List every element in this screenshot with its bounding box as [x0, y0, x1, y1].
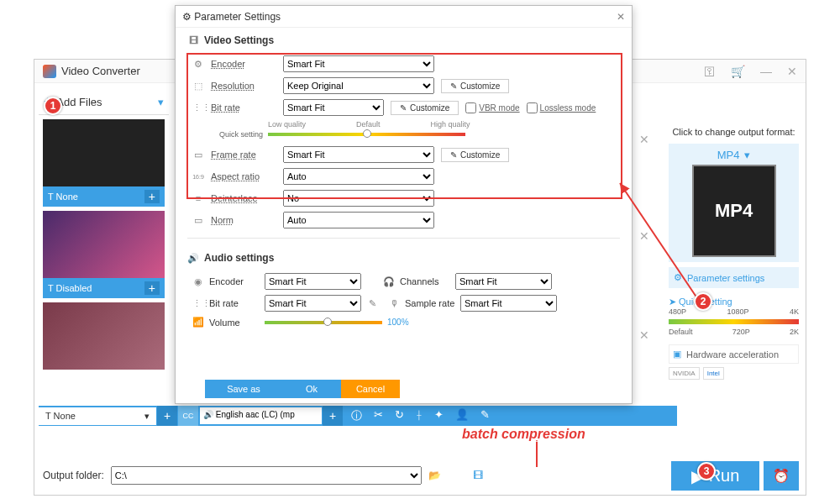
left-panel: + Add Files ▾ T None+ T Disabled+	[39, 89, 169, 370]
channels-icon: 🎧	[383, 276, 395, 287]
close-icon[interactable]: ✕	[787, 65, 797, 78]
volume-icon: 📶	[192, 317, 204, 328]
ok-button[interactable]: Ok	[282, 380, 341, 398]
batch-icon[interactable]: 🎞	[473, 470, 483, 481]
audio-encoder-icon: ◉	[192, 276, 204, 287]
effects-icon[interactable]: ✦	[434, 408, 444, 423]
dialog-close-icon[interactable]: ✕	[617, 11, 625, 23]
channels-select[interactable]: Smart Fit	[455, 273, 552, 290]
deinterlace-label: Deinterlace	[211, 193, 276, 203]
bottom-toolbar: T None▾ + CC 🔊 English aac (LC) (mp + ⓘ …	[39, 406, 677, 426]
schedule-button[interactable]: ⏰	[764, 461, 799, 491]
samplerate-select[interactable]: Smart Fit	[460, 295, 557, 312]
chevron-down-icon[interactable]: ▾	[158, 96, 164, 108]
a-bitrate-label: Bit rate	[209, 298, 260, 308]
callout-2: 2	[694, 292, 712, 311]
save-as-button[interactable]: Save as	[205, 380, 282, 398]
video-thumbnail-3[interactable]	[43, 302, 165, 370]
framerate-customize-button[interactable]: ✎ Customize	[441, 148, 509, 162]
info-icon[interactable]: ⓘ	[351, 408, 362, 423]
subtitle-select-2[interactable]: T Disabled+	[43, 278, 165, 298]
crop-icon[interactable]: ⟊	[416, 408, 423, 423]
output-folder-select[interactable]: C:\	[111, 466, 422, 485]
chevron-down-icon[interactable]: ▾	[744, 149, 750, 161]
settings-icon: ⚙	[182, 11, 192, 23]
samplerate-label: Sample rate	[405, 298, 455, 308]
film-icon: 🎞	[187, 35, 199, 45]
remove-item-1[interactable]: ✕	[636, 131, 653, 148]
video-thumbnail-2[interactable]	[43, 211, 165, 278]
resolution-icon: ⬚	[192, 81, 204, 92]
format-thumbnail: MP4	[692, 165, 776, 257]
aspect-select[interactable]: Auto	[283, 168, 434, 185]
pencil-icon[interactable]: ✎	[366, 298, 378, 309]
settings-icon: ⚙	[674, 272, 682, 283]
encoder-select[interactable]: Smart Fit	[283, 55, 434, 72]
bitrate-select[interactable]: Smart Fit	[283, 99, 384, 116]
add-subtitle-btn[interactable]: +	[157, 406, 177, 426]
format-label: MP4	[717, 149, 740, 161]
subtitle-select-1[interactable]: T None+	[43, 186, 165, 207]
cut-icon[interactable]: ✂	[374, 408, 383, 423]
resolution-customize-button[interactable]: ✎ Customize	[441, 79, 509, 93]
cancel-button[interactable]: Cancel	[341, 380, 400, 398]
volume-value: 100%	[387, 318, 409, 327]
open-folder-icon[interactable]: 📂	[428, 470, 441, 481]
minimize-icon[interactable]: —	[760, 65, 772, 78]
nvidia-badge: NVIDIA	[669, 367, 700, 380]
callout-1: 1	[44, 97, 62, 115]
cart-icon[interactable]: 🛒	[731, 65, 745, 78]
output-format-box[interactable]: MP4▾ MP4	[669, 144, 799, 262]
a-bitrate-select[interactable]: Smart Fit	[265, 295, 361, 312]
deinterlace-select[interactable]: No	[283, 190, 434, 207]
cc-button[interactable]: CC	[178, 406, 198, 426]
add-subtitle-2[interactable]: +	[144, 281, 160, 295]
video-thumbnail-1[interactable]	[43, 119, 165, 186]
app-title: Video Converter	[61, 65, 140, 77]
bitrate-customize-button[interactable]: ✎ Customize	[391, 101, 459, 115]
framerate-select[interactable]: Smart Fit	[283, 146, 434, 163]
intel-badge: Intel	[703, 367, 724, 380]
remove-item-3[interactable]: ✕	[636, 327, 653, 344]
framerate-label: Frame rate	[211, 150, 276, 160]
key-icon[interactable]: ⚿	[704, 65, 716, 78]
add-files-label: Add Files	[56, 96, 102, 108]
video-settings-header: 🎞Video Settings	[176, 28, 632, 53]
hardware-accel-button[interactable]: ▣ Hardware acceleration	[669, 344, 799, 364]
norm-select[interactable]: Auto	[283, 212, 434, 228]
edit-icon[interactable]: ✎	[480, 408, 490, 423]
volume-slider[interactable]	[265, 321, 382, 324]
batch-compression-label: batch compression	[462, 427, 585, 442]
deinterlace-icon: ≡	[192, 193, 204, 203]
watermark-icon[interactable]: 👤	[455, 408, 469, 423]
vbr-checkbox[interactable]: VBR mode	[465, 102, 519, 113]
remove-item-2[interactable]: ✕	[636, 228, 653, 244]
bitrate-label: Bit rate	[211, 102, 276, 113]
resolution-label: Resolution	[211, 81, 276, 91]
quick-setting-slider[interactable]	[669, 319, 799, 324]
output-folder-row: Output folder: C:\ 📂 🎞	[43, 466, 483, 485]
add-subtitle-1[interactable]: +	[144, 190, 160, 203]
callout-3: 3	[697, 462, 716, 480]
bitrate-icon: ⋮⋮	[192, 102, 204, 113]
add-audio-btn[interactable]: +	[323, 406, 343, 426]
right-panel: Click to change output format: MP4▾ MP4 …	[669, 127, 799, 380]
subtitle-select-3[interactable]: T None▾	[39, 407, 156, 425]
a-encoder-select[interactable]: Smart Fit	[265, 273, 361, 290]
audio-track-select[interactable]: 🔊 English aac (LC) (mp	[200, 407, 322, 424]
app-logo-icon	[43, 65, 56, 78]
quick-setting-label: ➤ Quick setting	[669, 297, 799, 307]
quick-setting-label: Quick setting	[201, 130, 263, 139]
volume-label: Volume	[209, 318, 260, 328]
encoder-label: Encoder	[211, 59, 276, 69]
a-encoder-label: Encoder	[209, 276, 260, 286]
run-button[interactable]: ▶Run	[671, 461, 759, 491]
lossless-checkbox[interactable]: Lossless mode	[527, 102, 596, 113]
rotate-icon[interactable]: ↻	[395, 408, 404, 423]
parameter-settings-button[interactable]: ⚙ Parameter settings	[669, 267, 799, 288]
resolution-select[interactable]: Keep Original	[283, 77, 434, 94]
norm-icon: ▭	[192, 215, 204, 226]
samplerate-icon: 🎙	[388, 298, 400, 308]
quality-slider[interactable]	[268, 133, 465, 136]
framerate-icon: ▭	[192, 150, 204, 160]
